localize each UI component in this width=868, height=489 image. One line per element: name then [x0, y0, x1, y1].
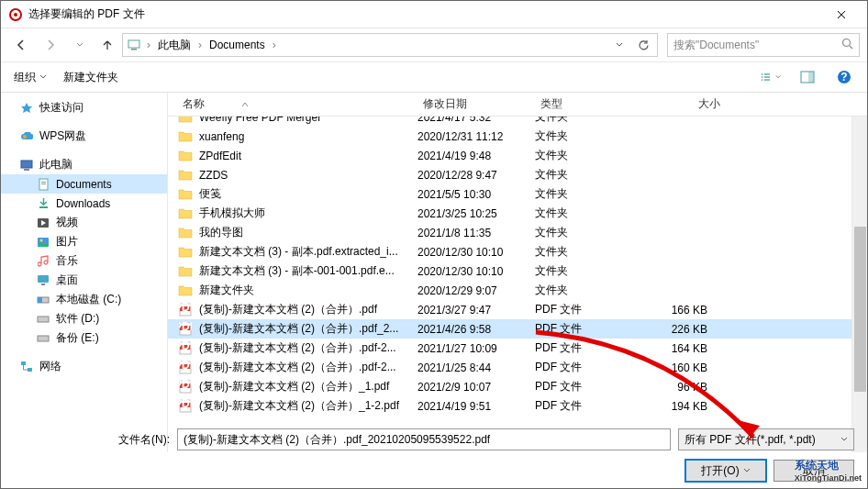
svg-text:PDF: PDF	[179, 361, 192, 372]
sidebar-this-pc[interactable]: 此电脑	[1, 155, 167, 174]
pdf-icon: PDF	[177, 303, 194, 317]
new-folder-button[interactable]: 新建文件夹	[63, 70, 118, 85]
svg-point-15	[23, 135, 27, 139]
preview-pane-button[interactable]	[797, 67, 818, 87]
chevron-right-icon: ›	[196, 39, 204, 51]
file-date: 2021/1/27 10:09	[417, 342, 535, 355]
help-button[interactable]: ?	[834, 67, 854, 87]
folder-icon	[177, 206, 194, 221]
file-date: 2021/3/25 10:25	[417, 207, 535, 220]
up-button[interactable]	[96, 34, 118, 56]
col-date[interactable]: 修改日期	[417, 96, 535, 112]
forward-button[interactable]	[38, 32, 63, 58]
file-row[interactable]: PDF(复制)-新建文本文档 (2)（合并）_1-2.pdf2021/4/19 …	[168, 396, 867, 416]
sidebar-pictures[interactable]: 图片	[1, 232, 167, 251]
file-row[interactable]: xuanfeng2020/12/31 11:12文件夹	[168, 127, 867, 146]
file-row[interactable]: 新建文本文档 (3) - 副本-001-001.pdf.e...2020/12/…	[168, 261, 867, 281]
sidebar-disk-d[interactable]: 软件 (D:)	[1, 309, 167, 328]
sidebar-desktop[interactable]: 桌面	[1, 271, 167, 290]
file-name: 新建文件夹	[199, 283, 417, 298]
file-date: 2021/4/19 9:51	[417, 400, 535, 413]
address-dropdown[interactable]	[609, 35, 629, 55]
open-button[interactable]: 打开(O)	[685, 460, 766, 482]
file-row[interactable]: 新建文件夹2020/12/29 9:07文件夹	[168, 281, 867, 300]
col-size[interactable]: 大小	[634, 96, 726, 112]
file-type: 文件夹	[535, 117, 634, 125]
breadcrumb-folder[interactable]: Documents	[207, 39, 267, 51]
sidebar-videos[interactable]: 视频	[1, 213, 167, 232]
file-type: 文件夹	[535, 283, 634, 298]
file-row[interactable]: 我的导图2021/1/8 11:35文件夹	[168, 223, 867, 242]
svg-text:PDF: PDF	[179, 303, 192, 314]
file-row[interactable]: Weefly Free PDF Merger2021/4/17 5:32文件夹	[168, 117, 867, 127]
back-button[interactable]	[8, 32, 34, 58]
chevron-down-icon	[743, 468, 751, 473]
window-title: 选择要编辑的 PDF 文件	[28, 6, 823, 22]
svg-rect-21	[39, 206, 48, 208]
file-type: 文件夹	[535, 148, 634, 163]
sidebar-music[interactable]: 音乐	[1, 251, 167, 271]
address-bar[interactable]: › 此电脑 › Documents ›	[122, 33, 658, 57]
file-row[interactable]: PDF(复制)-新建文本文档 (2)（合并）_1.pdf2021/2/9 10:…	[168, 377, 867, 396]
file-name: 便笺	[199, 186, 417, 202]
refresh-button[interactable]	[633, 35, 653, 55]
sidebar-network[interactable]: 网络	[1, 357, 167, 376]
breadcrumb-root[interactable]: 此电脑	[156, 38, 193, 53]
svg-rect-2	[128, 40, 139, 48]
toolbar: 组织 新建文件夹 ?	[1, 61, 867, 93]
file-row[interactable]: ZZDS2020/12/28 9:47文件夹	[168, 165, 867, 184]
file-row[interactable]: 便笺2021/5/5 10:30文件夹	[168, 184, 867, 204]
view-options-button[interactable]	[761, 67, 781, 87]
sidebar-disk-c[interactable]: 本地磁盘 (C:)	[1, 290, 167, 309]
file-name: 手机模拟大师	[199, 206, 417, 221]
disk-icon	[36, 331, 50, 346]
sidebar-disk-e[interactable]: 备份 (E:)	[1, 328, 167, 348]
col-type[interactable]: 类型	[535, 96, 634, 112]
scrollbar[interactable]	[851, 117, 867, 452]
file-date: 2020/12/30 10:10	[417, 265, 535, 278]
file-size: 194 KB	[634, 400, 726, 413]
scrollbar-thumb[interactable]	[854, 227, 866, 392]
cancel-button[interactable]: 取消	[773, 460, 854, 482]
file-rows: Weefly Free PDF Merger2021/4/17 5:32文件夹x…	[168, 117, 867, 452]
search-placeholder: 搜索"Documents"	[673, 38, 841, 53]
file-row[interactable]: PDF(复制)-新建文本文档 (2)（合并）.pdf_2...2021/4/26…	[168, 319, 867, 339]
file-date: 2020/12/29 9:07	[417, 284, 535, 297]
file-date: 2021/4/26 9:58	[417, 323, 535, 336]
file-type: 文件夹	[535, 244, 634, 260]
folder-icon	[177, 117, 194, 125]
sidebar-documents[interactable]: Documents	[1, 174, 167, 194]
sidebar-quick-access[interactable]: 快速访问	[1, 98, 167, 117]
file-row[interactable]: PDF(复制)-新建文本文档 (2)（合并）.pdf-2...2021/1/27…	[168, 339, 867, 358]
music-icon	[36, 254, 50, 269]
file-name: (复制)-新建文本文档 (2)（合并）.pdf	[199, 302, 417, 317]
file-type: 文件夹	[535, 186, 634, 202]
svg-rect-31	[21, 361, 26, 365]
svg-text:PDF: PDF	[179, 380, 192, 391]
folder-icon	[177, 149, 194, 163]
svg-rect-26	[41, 283, 45, 285]
file-type: PDF 文件	[535, 321, 634, 337]
filetype-filter[interactable]: 所有 PDF 文件(*.pdf, *.pdt)	[678, 428, 854, 450]
file-row[interactable]: PDF(复制)-新建文本文档 (2)（合并）.pdf2021/3/27 9:47…	[168, 300, 867, 319]
pdf-icon: PDF	[177, 399, 194, 414]
file-row[interactable]: ZPdfEdit2021/4/19 9:48文件夹	[168, 146, 867, 165]
file-row[interactable]: 手机模拟大师2021/3/25 10:25文件夹	[168, 204, 867, 223]
col-name[interactable]: 名称	[177, 96, 417, 112]
search-input[interactable]: 搜索"Documents"	[667, 33, 860, 57]
file-row[interactable]: PDF(复制)-新建文本文档 (2)（合并）.pdf-2...2021/1/25…	[168, 358, 867, 377]
organize-menu[interactable]: 组织	[14, 70, 47, 85]
svg-rect-29	[38, 317, 49, 322]
recent-dropdown[interactable]	[67, 32, 93, 58]
svg-rect-30	[38, 336, 49, 341]
file-size: 96 KB	[634, 381, 726, 394]
filename-input[interactable]	[177, 428, 671, 450]
close-button[interactable]	[823, 2, 860, 28]
sidebar-downloads[interactable]: Downloads	[1, 194, 167, 213]
file-row[interactable]: 新建文本文档 (3) - 副本.pdf.extracted_i...2020/1…	[168, 242, 867, 261]
sidebar-wps[interactable]: WPS网盘	[1, 127, 167, 146]
svg-rect-9	[762, 79, 763, 81]
file-date: 2021/5/5 10:30	[417, 188, 535, 201]
pdf-icon: PDF	[177, 341, 194, 356]
file-name: 新建文本文档 (3) - 副本-001-001.pdf.e...	[199, 263, 417, 279]
